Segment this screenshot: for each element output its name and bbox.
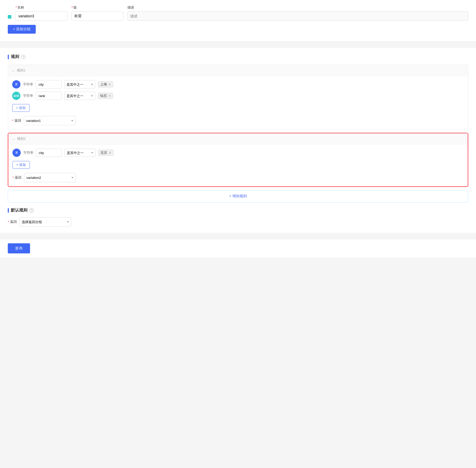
rule2-return-label: * 返回 (12, 175, 21, 180)
rules-section-title: 规则 (11, 54, 19, 60)
cyan-dot (8, 15, 11, 19)
default-section-header: 默认规则 ? (8, 208, 468, 213)
tag-beijing-text: 北京 (100, 150, 107, 155)
rule2-label: 规则2 (17, 136, 26, 141)
tag-diamond-close[interactable]: ✕ (109, 94, 111, 98)
rule2-chevron-icon: ⌄ (12, 137, 15, 141)
rule2-header[interactable]: ⌄ 规则2 (8, 133, 468, 144)
rules-section-header: 规则 ? (8, 54, 468, 60)
default-title-bar (8, 208, 9, 213)
default-return-select[interactable]: 选择返回分组 variation1 variation2 variation3 (19, 217, 71, 226)
name-label: *名称 (16, 5, 67, 10)
default-section-title: 默认规则 (11, 208, 27, 213)
rule2-cond1-operator[interactable]: 是其中之一 (64, 149, 96, 157)
desc-label: 描述 (127, 5, 468, 10)
add-rule-area[interactable]: + 增加规则 (8, 190, 468, 202)
top-section: *名称 *值 描述 + 添加分组 (0, 0, 476, 42)
tag-shanghai-close[interactable]: ✕ (109, 83, 111, 86)
rule2-add-condition-button[interactable]: + 添加 (12, 161, 30, 169)
default-return-label: * 返回 (8, 220, 17, 224)
rule1-return-star: * (12, 119, 13, 123)
rule1-cond1-tags: 上海 ✕ (98, 81, 464, 87)
value-input[interactable] (71, 11, 123, 21)
default-help-icon[interactable]: ? (30, 208, 34, 213)
rule1-cond2-field[interactable] (36, 92, 62, 100)
rule1-cond1-type: 字符串 (23, 82, 33, 87)
rule1-cond2-tag-diamond: 钻石 ✕ (98, 93, 113, 99)
rule1-cond2-operator[interactable]: 是其中之一 (64, 92, 95, 100)
tag-shanghai-text: 上海 (100, 82, 107, 87)
rule2-body: If 字符串 是其中之一 北京 ✕ + 添加 (8, 144, 468, 186)
tag-diamond-text: 钻石 (100, 93, 107, 98)
default-rule-section: 默认规则 ? * 返回 选择返回分组 variation1 variation2… (8, 208, 468, 226)
rule1-cond1-operator[interactable]: 是其中之一 (64, 80, 95, 89)
tag-beijing-close[interactable]: ✕ (109, 151, 111, 155)
default-return-row: * 返回 选择返回分组 variation1 variation2 variat… (8, 217, 468, 226)
rule2-cond1-tags: 北京 ✕ (98, 150, 464, 156)
name-input[interactable] (16, 11, 67, 21)
rule1-body: If 字符串 是其中之一 上海 ✕ and (8, 76, 468, 129)
rule1-cond1-tag-shanghai: 上海 ✕ (98, 81, 113, 87)
rule2-condition1-row: If 字符串 是其中之一 北京 ✕ (12, 149, 464, 157)
rule2-cond1-tag-beijing: 北京 ✕ (98, 150, 113, 156)
value-label: *值 (71, 5, 123, 10)
rule1-add-condition-button[interactable]: + 添加 (12, 104, 30, 112)
add-group-button[interactable]: + 添加分组 (8, 25, 36, 34)
rule2-block: ⌄ 规则2 If 字符串 是其中之一 北京 ✕ (8, 133, 468, 187)
rule1-chevron-icon: ⌄ (12, 69, 15, 72)
value-required-star: * (71, 5, 73, 9)
variation-form-row: *名称 *值 描述 (8, 5, 468, 21)
desc-group: 描述 (127, 5, 468, 21)
rule1-condition2-row: and 字符串 是其中之一 钻石 ✕ (12, 92, 464, 100)
rule1-return-label: * 返回 (12, 118, 21, 123)
rules-title-bar (8, 55, 9, 59)
rule2-return-select[interactable]: variation2 variation1 variation3 (24, 173, 76, 182)
rule1-condition1-row: If 字符串 是其中之一 上海 ✕ (12, 80, 464, 89)
rule1-return-select[interactable]: variation1 variation2 variation3 (24, 116, 76, 125)
rule2-return-row: * 返回 variation2 variation1 variation3 (12, 173, 464, 182)
name-group: *名称 (16, 5, 67, 21)
rule2-cond1-field[interactable] (36, 149, 62, 157)
rule1-and-badge: and (12, 92, 20, 100)
rule1-cond2-type: 字符串 (23, 93, 33, 98)
rule2-cond1-type: 字符串 (23, 150, 33, 155)
default-return-star: * (8, 220, 9, 224)
rule1-label: 规则1 (17, 68, 25, 73)
bottom-divider (0, 233, 476, 236)
rules-help-icon[interactable]: ? (21, 55, 25, 59)
rule2-return-star: * (12, 176, 14, 180)
rule1-return-row: * 返回 variation1 variation2 variation3 (12, 116, 464, 125)
publish-area: 发布 (0, 239, 476, 258)
rule1-cond2-tags: 钻石 ✕ (98, 93, 464, 99)
publish-button[interactable]: 发布 (8, 243, 30, 253)
rule1-block: ⌄ 规则1 If 字符串 是其中之一 上海 ✕ (8, 65, 468, 130)
rule2-if-badge: If (12, 149, 21, 157)
name-required-star: * (16, 5, 17, 9)
page-wrapper: *名称 *值 描述 + 添加分组 规则 ? (0, 0, 476, 468)
rule1-if-badge: If (12, 80, 20, 89)
rule1-header[interactable]: ⌄ 规则1 (8, 65, 468, 76)
desc-input[interactable] (127, 11, 468, 21)
rule1-cond1-field[interactable] (36, 80, 62, 89)
rules-section: 规则 ? ⌄ 规则1 If 字符串 是其中之一 (0, 48, 476, 233)
add-rule-text: + 增加规则 (229, 194, 247, 199)
value-group: *值 (71, 5, 123, 21)
top-divider (0, 42, 476, 45)
